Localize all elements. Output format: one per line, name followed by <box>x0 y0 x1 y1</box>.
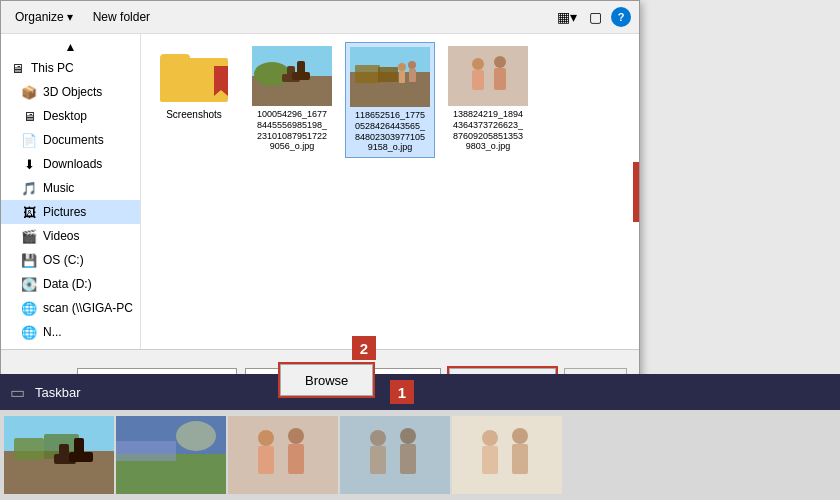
view-list-icon: ▢ <box>589 9 602 25</box>
help-button[interactable]: ? <box>611 7 631 27</box>
svg-rect-34 <box>258 446 274 474</box>
sidebar-item-this-pc[interactable]: 🖥 This PC <box>1 56 140 80</box>
view-toggle-button[interactable]: ▦ ▾ <box>555 5 579 29</box>
view-icon: ▦ <box>557 9 570 25</box>
sidebar-item-desktop[interactable]: 🖥 Desktop <box>1 104 140 128</box>
photo-landscape-img <box>116 416 226 494</box>
sidebar-label-network: N... <box>43 325 62 339</box>
img2-preview <box>350 47 430 107</box>
sidebar-label-3d-objects: 3D Objects <box>43 85 102 99</box>
sidebar-item-pictures[interactable]: 🖼 Pictures <box>1 200 140 224</box>
photo-thumb-couple2[interactable] <box>340 416 450 494</box>
sidebar-item-data-d[interactable]: 💽 Data (D:) <box>1 272 140 296</box>
file-item-screenshots[interactable]: Screenshots <box>149 42 239 125</box>
sidebar-label-downloads: Downloads <box>43 157 102 171</box>
sidebar-label-pictures: Pictures <box>43 205 86 219</box>
svg-rect-15 <box>448 46 528 106</box>
svg-point-16 <box>472 58 484 70</box>
svg-rect-17 <box>472 70 484 90</box>
svg-point-40 <box>400 428 416 444</box>
sidebar-label-videos: Videos <box>43 229 79 243</box>
sidebar-label-this-pc: This PC <box>31 61 74 75</box>
svg-point-11 <box>398 63 406 71</box>
file-dialog: Organize ▾ New folder ▦ ▾ ▢ ? ▲ <box>0 0 640 410</box>
photo-thumb-couple1[interactable] <box>228 416 338 494</box>
sidebar-item-music[interactable]: 🎵 Music <box>1 176 140 200</box>
main-content: Screenshots <box>141 34 639 350</box>
sidebar-item-os-c[interactable]: 💾 OS (C:) <box>1 248 140 272</box>
network-icon: 🌐 <box>21 324 37 340</box>
svg-rect-44 <box>482 446 498 474</box>
img2-thumb <box>350 47 430 107</box>
svg-point-31 <box>176 421 216 451</box>
sidebar-label-os-c: OS (C:) <box>43 253 84 267</box>
svg-rect-37 <box>340 416 450 494</box>
photo-thumb-couple3[interactable] <box>452 416 562 494</box>
file-label-img2: 118652516_17750528426443565_848023039771… <box>355 110 425 153</box>
organize-button[interactable]: Organize ▾ <box>9 7 79 27</box>
files-grid: Screenshots <box>149 42 631 158</box>
documents-icon: 📄 <box>21 132 37 148</box>
photo-couple2-img <box>340 416 450 494</box>
desktop-icon: 🖥 <box>21 108 37 124</box>
dialog-body: ▲ 🖥 This PC 📦 3D Objects 🖥 Desktop 📄 Doc… <box>1 34 639 350</box>
file-label-img1: 100054296_16778445556985198_231010879517… <box>257 109 327 152</box>
photo-couple3-img <box>452 416 562 494</box>
new-folder-label: New folder <box>93 10 150 24</box>
svg-rect-6 <box>292 72 310 80</box>
photo-thumb-landscape[interactable] <box>116 416 226 494</box>
sidebar-item-downloads[interactable]: ⬇ Downloads <box>1 152 140 176</box>
taskbar-window-icon: ▭ <box>10 383 25 402</box>
svg-rect-9 <box>355 65 380 83</box>
svg-point-35 <box>288 428 304 444</box>
help-icon: ? <box>618 11 625 23</box>
red-accent-bar <box>633 162 639 222</box>
toolbar: Organize ▾ New folder ▦ ▾ ▢ ? <box>1 1 639 34</box>
scroll-up-icon: ▲ <box>65 40 77 54</box>
file-item-img3[interactable]: 138824219_18944364373726623_876092058513… <box>443 42 533 156</box>
svg-rect-27 <box>69 452 93 462</box>
svg-point-13 <box>408 61 416 69</box>
img3-preview <box>448 46 528 106</box>
view-list-button[interactable]: ▢ <box>583 5 607 29</box>
os-c-icon: 💾 <box>21 252 37 268</box>
organize-dropdown-icon: ▾ <box>67 10 73 24</box>
badge-number-1: 1 <box>390 380 414 404</box>
music-icon: 🎵 <box>21 180 37 196</box>
file-item-img1[interactable]: 100054296_16778445556985198_231010879517… <box>247 42 337 156</box>
svg-rect-22 <box>14 438 44 460</box>
videos-icon: 🎬 <box>21 228 37 244</box>
new-folder-button[interactable]: New folder <box>87 7 156 27</box>
sidebar-item-videos[interactable]: 🎬 Videos <box>1 224 140 248</box>
file-item-img2[interactable]: 118652516_17750528426443565_848023039771… <box>345 42 435 158</box>
sidebar-item-scan[interactable]: 🌐 scan (\\GIGA-PC <box>1 296 140 320</box>
this-pc-icon: 🖥 <box>9 60 25 76</box>
browse-button[interactable]: Browse <box>280 364 373 396</box>
view-dropdown-icon: ▾ <box>570 9 577 25</box>
sidebar-item-3d-objects[interactable]: 📦 3D Objects <box>1 80 140 104</box>
file-label-img3: 138824219_18944364373726623_876092058513… <box>453 109 523 152</box>
sidebar-label-music: Music <box>43 181 74 195</box>
svg-rect-41 <box>400 444 416 474</box>
sidebar-item-network[interactable]: 🌐 N... <box>1 320 140 344</box>
sidebar: ▲ 🖥 This PC 📦 3D Objects 🖥 Desktop 📄 Doc… <box>1 34 141 350</box>
svg-rect-12 <box>399 71 405 83</box>
svg-rect-14 <box>409 69 416 82</box>
organize-label: Organize <box>15 10 64 24</box>
svg-point-18 <box>494 56 506 68</box>
svg-rect-46 <box>512 444 528 474</box>
svg-rect-39 <box>370 446 386 474</box>
img1-preview <box>252 46 332 106</box>
taskbar: ▭ Taskbar <box>0 374 840 410</box>
sidebar-label-data-d: Data (D:) <box>43 277 92 291</box>
sidebar-item-documents[interactable]: 📄 Documents <box>1 128 140 152</box>
sidebar-label-desktop: Desktop <box>43 109 87 123</box>
view-controls: ▦ ▾ ▢ ? <box>555 5 631 29</box>
photo-thumb-horses[interactable] <box>4 416 114 494</box>
svg-rect-42 <box>452 416 562 494</box>
img1-thumb <box>252 46 332 106</box>
svg-rect-30 <box>116 441 176 461</box>
svg-point-45 <box>512 428 528 444</box>
photo-strip <box>0 410 840 500</box>
folder-bookmark <box>214 66 228 96</box>
